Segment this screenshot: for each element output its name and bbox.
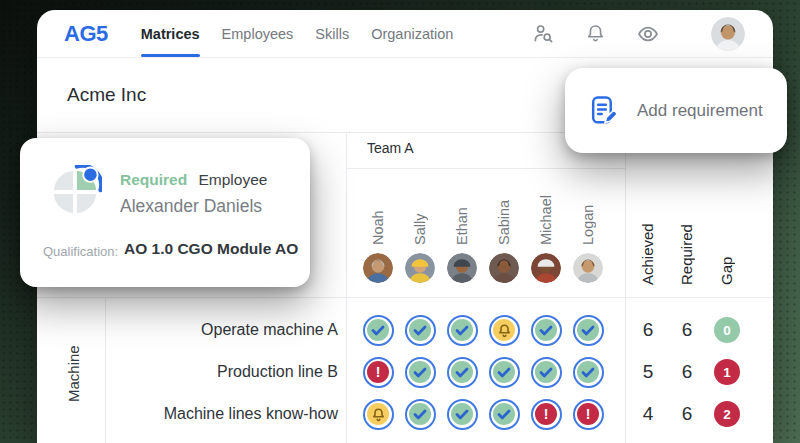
row-group-label[interactable]: Machine	[64, 332, 84, 402]
nav-item-matrices[interactable]: Matrices	[141, 10, 200, 57]
member-avatar-sally[interactable]	[405, 253, 435, 283]
status-inner	[451, 403, 473, 425]
member-avatar-sabina[interactable]	[489, 253, 519, 283]
skill-row-label[interactable]: Machine lines know-how	[137, 404, 338, 424]
status-alert-icon[interactable]: !	[573, 399, 604, 430]
status-bell-icon[interactable]	[363, 399, 394, 430]
status-check-icon[interactable]	[405, 315, 436, 346]
status-bell-icon[interactable]	[489, 315, 520, 346]
add-requirement-label: Add requirement	[637, 101, 763, 121]
status-inner	[367, 403, 389, 425]
status-inner	[535, 361, 557, 383]
user-search-icon[interactable]	[532, 22, 555, 45]
status-inner	[535, 319, 557, 341]
employee-type-label: Employee	[199, 171, 268, 188]
required-value: 6	[667, 402, 707, 426]
member-avatar-noah[interactable]	[363, 253, 393, 283]
employee-name: Alexander Daniels	[120, 196, 262, 217]
divider	[105, 297, 106, 443]
member-name-noah[interactable]: Noah	[368, 171, 388, 245]
user-avatar[interactable]	[711, 17, 745, 51]
status-inner	[451, 319, 473, 341]
status-check-icon[interactable]	[447, 315, 478, 346]
nav-icon-group	[532, 17, 745, 51]
member-avatar-michael[interactable]	[531, 253, 561, 283]
nav-item-skills[interactable]: Skills	[315, 10, 349, 57]
gap-badge: 2	[714, 401, 740, 427]
add-requirement-button[interactable]: Add requirement	[565, 68, 787, 153]
ag5-logo[interactable]: AG5	[64, 21, 108, 47]
status-check-icon[interactable]	[531, 315, 562, 346]
divider	[346, 168, 625, 169]
top-nav-bar: AG5 MatricesEmployeesSkillsOrganization	[37, 10, 773, 58]
status-inner	[409, 403, 431, 425]
eye-icon[interactable]	[636, 22, 660, 46]
status-inner	[409, 361, 431, 383]
status-inner	[577, 361, 599, 383]
status-inner: !	[367, 361, 389, 383]
divider	[37, 297, 773, 298]
status-check-icon[interactable]	[405, 357, 436, 388]
skill-row-label[interactable]: Production line B	[137, 362, 338, 382]
divider	[346, 133, 347, 443]
status-check-icon[interactable]	[405, 399, 436, 430]
status-inner	[577, 319, 599, 341]
document-pencil-icon	[587, 94, 620, 127]
page-title: Acme Inc	[67, 84, 146, 106]
status-inner	[451, 361, 473, 383]
qualification-label: Qualification:	[43, 244, 118, 259]
summary-column-achieved: Achieved	[638, 200, 658, 285]
achieved-value: 6	[628, 318, 668, 342]
summary-column-gap: Gap	[717, 200, 737, 285]
gap-badge: 0	[714, 317, 740, 343]
status-check-icon[interactable]	[531, 357, 562, 388]
requirement-status-line: Required Employee	[120, 171, 267, 189]
nav-items: MatricesEmployeesSkillsOrganization	[141, 10, 454, 57]
member-name-ethan[interactable]: Ethan	[452, 171, 472, 245]
qualification-pie-icon	[48, 165, 102, 219]
summary-column-required: Required	[677, 200, 697, 285]
status-inner: !	[577, 403, 599, 425]
achieved-value: 4	[628, 402, 668, 426]
status-check-icon[interactable]	[489, 357, 520, 388]
skill-row-label[interactable]: Operate machine A	[137, 320, 338, 340]
required-status-label: Required	[120, 171, 187, 188]
bell-icon[interactable]	[584, 22, 607, 45]
status-inner	[493, 319, 515, 341]
nav-item-organization[interactable]: Organization	[371, 10, 453, 57]
member-avatar-ethan[interactable]	[447, 253, 477, 283]
member-avatar-logan[interactable]	[573, 253, 603, 283]
member-name-logan[interactable]: Logan	[578, 171, 598, 245]
team-group-header[interactable]: Team A	[367, 140, 414, 156]
status-inner	[493, 361, 515, 383]
requirement-tooltip-card: Required Employee Alexander Daniels Qual…	[20, 138, 310, 287]
qualification-value: AO 1.0 CGO Module AO	[124, 240, 298, 258]
status-inner	[493, 403, 515, 425]
status-check-icon[interactable]	[573, 315, 604, 346]
status-inner	[367, 319, 389, 341]
required-value: 6	[667, 360, 707, 384]
gap-badge: 1	[714, 359, 740, 385]
status-check-icon[interactable]	[363, 315, 394, 346]
member-name-sally[interactable]: Sally	[410, 171, 430, 245]
status-inner	[409, 319, 431, 341]
status-check-icon[interactable]	[447, 357, 478, 388]
status-alert-icon[interactable]: !	[363, 357, 394, 388]
status-check-icon[interactable]	[573, 357, 604, 388]
member-name-michael[interactable]: Michael	[536, 171, 556, 245]
nav-item-employees[interactable]: Employees	[222, 10, 294, 57]
achieved-value: 5	[628, 360, 668, 384]
status-inner: !	[535, 403, 557, 425]
status-check-icon[interactable]	[489, 399, 520, 430]
required-value: 6	[667, 318, 707, 342]
status-alert-icon[interactable]: !	[531, 399, 562, 430]
divider	[625, 133, 626, 443]
status-check-icon[interactable]	[447, 399, 478, 430]
member-name-sabina[interactable]: Sabina	[494, 171, 514, 245]
